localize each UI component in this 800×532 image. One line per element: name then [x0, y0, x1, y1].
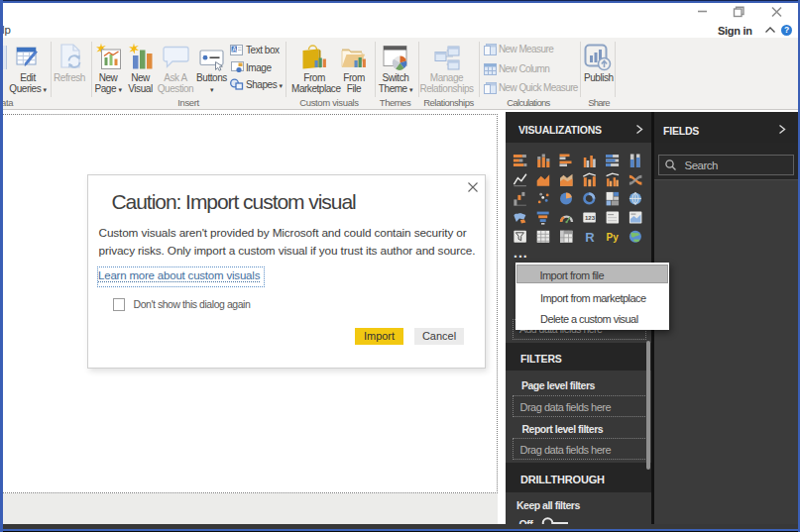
svg-text:123: 123	[585, 215, 596, 221]
svg-text:R: R	[585, 230, 595, 245]
svg-text:Py: Py	[607, 232, 620, 243]
svg-text:A: A	[232, 45, 237, 52]
